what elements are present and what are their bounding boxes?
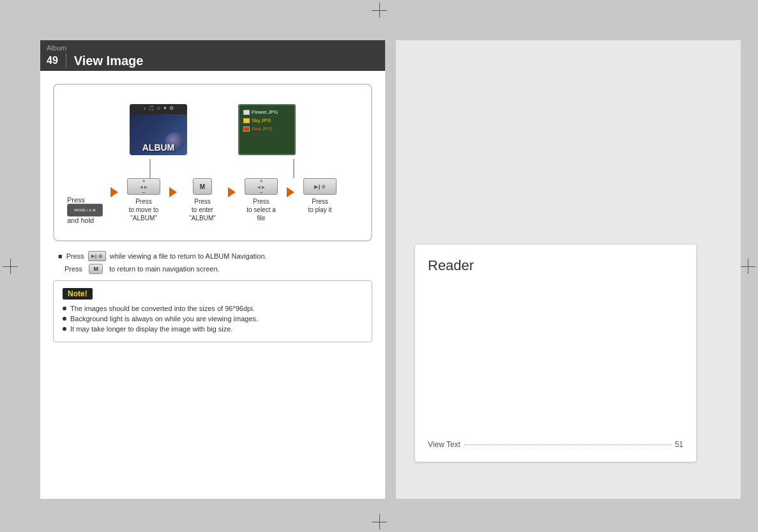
arrow-3 bbox=[284, 178, 297, 197]
connector-svg bbox=[67, 159, 358, 178]
step-4-label: Press to play it bbox=[308, 197, 331, 214]
reader-page-number: 51 bbox=[675, 440, 683, 449]
btn-step-3: + ◀ ▶ − bbox=[245, 178, 278, 195]
image-icon: 🎵 bbox=[148, 105, 155, 111]
bullet-circle-3 bbox=[63, 327, 66, 331]
btn-m-step-2: M bbox=[193, 178, 212, 195]
instr-btn-play: ▶‖ ⏻ bbox=[88, 251, 106, 261]
album-thumbnail: ♪ 🎵 ☆ ✦ ⚙ ALBUM bbox=[130, 104, 187, 155]
and-hold-label: and hold bbox=[67, 217, 94, 224]
file-item-1: Flower.JPG bbox=[243, 108, 291, 116]
album-label-text: ALBUM bbox=[142, 142, 175, 153]
note-item-2: Background light is always on while you … bbox=[63, 315, 363, 323]
step-4: ▶‖ ⏻ Press to play it bbox=[297, 178, 343, 214]
file-icon-1 bbox=[243, 110, 250, 115]
instruction-1: ■ Press ▶‖ ⏻ while viewing a file to ret… bbox=[58, 251, 372, 261]
left-page: Album 49 View Image ♪ 🎵 ☆ ✦ bbox=[40, 40, 385, 499]
file-name-3: Sea.JPG bbox=[252, 126, 272, 132]
file-list-thumbnail: Flower.JPG Sky.JPG Sea.JPG bbox=[238, 104, 296, 155]
bullet-1: ■ bbox=[58, 252, 63, 260]
step-1: + ◀ ▶ − Press to move to"ALBUM" bbox=[121, 178, 167, 222]
arrow-1 bbox=[167, 178, 179, 197]
instruction-2: Press M to return to main navigation scr… bbox=[58, 264, 372, 274]
instr-btn-m: M bbox=[89, 264, 103, 274]
page-header: Album 49 View Image bbox=[40, 40, 385, 71]
reader-content-line: View Text 51 bbox=[428, 440, 683, 449]
right-page: Reader View Text 51 bbox=[396, 40, 741, 499]
file-icon-2 bbox=[243, 118, 250, 123]
diagram-box: ♪ 🎵 ☆ ✦ ⚙ ALBUM Flower.JPG bbox=[53, 84, 372, 241]
reader-box: Reader View Text 51 bbox=[415, 245, 696, 462]
step-1-label: Press to move to"ALBUM" bbox=[129, 197, 159, 222]
note-item-3: It may take longer to display the image … bbox=[63, 325, 363, 333]
btn-step-1: + ◀ ▶ − bbox=[127, 178, 160, 195]
file-item-3: Sea.JPG bbox=[243, 125, 291, 133]
file-name-2: Sky.JPG bbox=[252, 118, 271, 123]
file-item-2: Sky.JPG bbox=[243, 116, 291, 125]
note-item-1: The images should be converted into the … bbox=[63, 305, 363, 312]
album-icons-bar: ♪ 🎵 ☆ ✦ ⚙ bbox=[130, 105, 187, 111]
note-label: Note! bbox=[63, 288, 93, 300]
step-2: M Press to enter"ALBUM" bbox=[179, 178, 225, 222]
bullet-circle-1 bbox=[63, 307, 66, 310]
settings-icon: ⚙ bbox=[169, 105, 174, 111]
view-text-label: View Text bbox=[428, 440, 460, 449]
reader-title: Reader bbox=[428, 257, 683, 274]
breadcrumb: Album bbox=[47, 44, 379, 52]
step-3-label: Press to select afile bbox=[246, 197, 276, 222]
reader-dots bbox=[464, 445, 671, 445]
page-title: View Image bbox=[74, 54, 144, 68]
diagram-inner: ♪ 🎵 ☆ ✦ ⚙ ALBUM Flower.JPG bbox=[64, 98, 361, 231]
press-label: Press bbox=[67, 196, 85, 204]
instructions-section: ■ Press ▶‖ ⏻ while viewing a file to ret… bbox=[58, 251, 372, 274]
bullet-circle-2 bbox=[63, 317, 66, 321]
content-area: ♪ 🎵 ☆ ✦ ⚙ ALBUM Flower.JPG bbox=[40, 71, 385, 355]
note-box: Note! The images should be converted int… bbox=[53, 280, 372, 342]
btn-play-step-4: ▶‖ ⏻ bbox=[303, 178, 337, 195]
arrow-0 bbox=[108, 178, 121, 197]
page-number: 49 bbox=[47, 55, 58, 66]
press-hold-section: Press MODE / A-B and hold bbox=[67, 196, 108, 224]
file-icon-3 bbox=[243, 126, 250, 132]
file-icon: ✦ bbox=[163, 105, 167, 111]
step-2-label: Press to enter"ALBUM" bbox=[189, 197, 216, 222]
mode-ab-button: MODE / A-B bbox=[67, 204, 103, 217]
arrow-2 bbox=[225, 178, 238, 197]
step-3: + ◀ ▶ − Press to select afile bbox=[238, 178, 284, 222]
music-icon: ♪ bbox=[144, 105, 146, 111]
video-icon: ☆ bbox=[156, 105, 161, 111]
file-name-1: Flower.JPG bbox=[252, 109, 278, 115]
title-divider bbox=[66, 53, 66, 68]
